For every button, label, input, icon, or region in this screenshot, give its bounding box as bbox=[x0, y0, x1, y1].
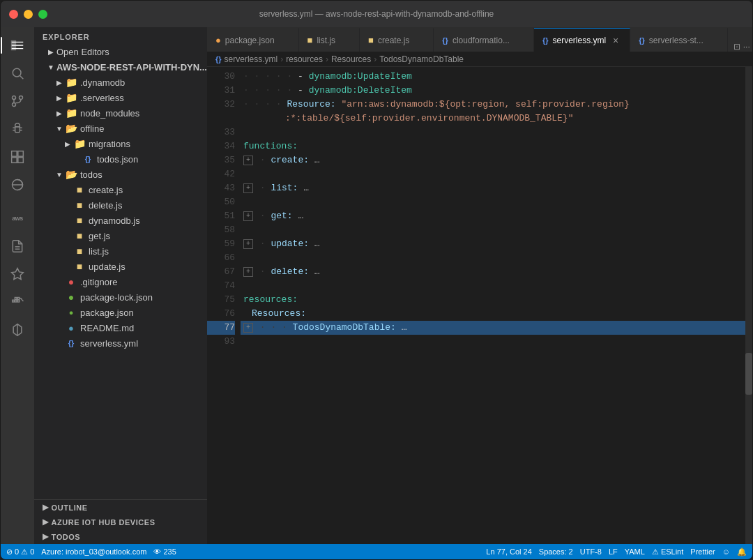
collapse-button[interactable]: + bbox=[243, 183, 253, 193]
editor-scrollbar[interactable] bbox=[745, 67, 752, 544]
collapse-button[interactable]: + bbox=[243, 239, 253, 249]
warning-count: 0 bbox=[30, 547, 34, 556]
folder-icon: 📁 bbox=[65, 76, 77, 89]
svg-rect-15 bbox=[18, 158, 24, 163]
azure-iot-section[interactable]: ▶ AZURE IOT HUB DEVICES bbox=[34, 515, 207, 529]
file-todos-json[interactable]: ▶ {} todos.json bbox=[34, 151, 207, 167]
yaml-file-icon: {} bbox=[65, 337, 77, 349]
indent-dots: · bbox=[254, 265, 271, 279]
eye-count: 235 bbox=[163, 547, 176, 556]
activity-remote[interactable] bbox=[5, 172, 30, 197]
activity-debug[interactable] bbox=[5, 116, 30, 142]
status-bell[interactable]: 🔔 bbox=[737, 547, 747, 557]
file-dynamodb-js[interactable]: ▶ ■ dynamodb.js bbox=[34, 213, 207, 228]
project-arrow: ▼ bbox=[45, 63, 56, 71]
folder-todos[interactable]: ▼ 📂 todos bbox=[34, 167, 207, 182]
file-update-js[interactable]: ▶ ■ update.js bbox=[34, 259, 207, 274]
js-file-icon: ■ bbox=[73, 245, 86, 257]
folder-label: todos bbox=[80, 169, 102, 180]
todos-label: TODOS bbox=[52, 533, 81, 541]
warning-icon: ⚠ bbox=[21, 547, 28, 557]
more-actions-icon[interactable]: ··· bbox=[743, 42, 750, 52]
status-eye[interactable]: 👁 235 bbox=[153, 547, 176, 556]
breadcrumb-sep: › bbox=[280, 54, 283, 64]
file-package-lock[interactable]: ▶ ● package-lock.json bbox=[34, 289, 207, 305]
js-file-icon: ■ bbox=[73, 183, 86, 196]
eslint-warning-icon: ⚠ bbox=[652, 547, 659, 557]
collapse-button[interactable]: + bbox=[243, 323, 253, 333]
activity-search[interactable] bbox=[5, 61, 30, 86]
file-label: serverless.yml bbox=[80, 338, 138, 349]
indent-dots: · · · · bbox=[243, 98, 287, 112]
activity-pages[interactable] bbox=[5, 234, 30, 259]
collapse-button[interactable]: + bbox=[243, 267, 253, 277]
folder-icon: 📁 bbox=[65, 91, 77, 104]
tab-list-js[interactable]: ■ list.js × bbox=[299, 28, 360, 52]
open-editors-section[interactable]: ▶ Open Editors bbox=[34, 44, 207, 59]
tab-serverless-yml[interactable]: {} serverless.yml × bbox=[534, 28, 630, 52]
status-position[interactable]: Ln 77, Col 24 bbox=[486, 547, 531, 556]
activity-git2[interactable] bbox=[5, 262, 30, 287]
line-numbers: 30 31 32 33 34 35 42 43 50 51 58 59 66 6… bbox=[207, 67, 241, 544]
code-editor[interactable]: · · · · · - dynamodb:UpdateItem · · · · … bbox=[241, 67, 752, 544]
bell-icon: 🔔 bbox=[737, 547, 747, 557]
maximize-button[interactable] bbox=[38, 10, 47, 19]
minimize-button[interactable] bbox=[24, 10, 33, 19]
status-spaces[interactable]: Spaces: 2 bbox=[539, 547, 573, 556]
status-language[interactable]: YAML bbox=[625, 547, 645, 556]
collapse-button[interactable]: + bbox=[243, 211, 253, 221]
status-eslint[interactable]: ⚠ ESLint bbox=[652, 547, 683, 557]
status-encoding[interactable]: UTF-8 bbox=[580, 547, 602, 556]
activity-git[interactable] bbox=[5, 89, 30, 114]
activity-serverless[interactable] bbox=[5, 317, 30, 342]
status-prettier[interactable]: Prettier bbox=[690, 547, 715, 556]
file-create-js[interactable]: ▶ ■ create.js bbox=[34, 182, 207, 197]
dash: - bbox=[298, 84, 309, 98]
code-token: Resources: bbox=[243, 307, 306, 321]
svg-rect-14 bbox=[12, 158, 17, 163]
tab-serverless-st[interactable]: {} serverless-st... × bbox=[630, 28, 728, 52]
tab-close-button[interactable]: × bbox=[610, 35, 621, 46]
folder-offline[interactable]: ▼ 📂 offline bbox=[34, 121, 207, 136]
js-file-icon: ■ bbox=[73, 229, 86, 242]
folder-node-modules[interactable]: ▶ 📁 node_modules bbox=[34, 105, 207, 121]
activity-explorer[interactable] bbox=[5, 33, 30, 58]
file-readme[interactable]: ▶ ● README.md bbox=[34, 320, 207, 335]
code-line: resources: bbox=[241, 293, 752, 307]
folder-arrow: ▶ bbox=[54, 109, 65, 117]
scrollbar-thumb[interactable] bbox=[745, 353, 752, 395]
project-root[interactable]: ▼ AWS-NODE-REST-API-WITH-DYN... bbox=[34, 59, 207, 75]
todos-section[interactable]: ▶ TODOS bbox=[34, 529, 207, 544]
tab-package-json[interactable]: ● package.json × bbox=[207, 28, 299, 52]
status-errors[interactable]: ⊘ 0 ⚠ 0 bbox=[6, 547, 34, 557]
tab-cloudformation[interactable]: {} cloudformatio... × bbox=[434, 28, 534, 52]
file-package-json[interactable]: ▶ ● package.json bbox=[34, 305, 207, 320]
folder-serverless[interactable]: ▶ 📁 .serverless bbox=[34, 90, 207, 105]
status-line-ending[interactable]: LF bbox=[609, 547, 618, 556]
status-smiley[interactable]: ☺ bbox=[722, 547, 730, 556]
outline-section[interactable]: ▶ OUTLINE bbox=[34, 500, 207, 515]
file-delete-js[interactable]: ▶ ■ delete.js bbox=[34, 197, 207, 213]
svg-marker-19 bbox=[12, 268, 24, 280]
breadcrumb-Resources: Resources bbox=[331, 54, 371, 64]
breadcrumb-sep: › bbox=[326, 54, 328, 64]
file-label: list.js bbox=[89, 246, 109, 257]
activity-extensions[interactable] bbox=[5, 144, 30, 169]
file-serverless-yml[interactable]: ▶ {} serverless.yml bbox=[34, 335, 207, 351]
close-button[interactable] bbox=[9, 10, 18, 19]
activity-aws[interactable]: aws bbox=[5, 206, 30, 231]
folder-dynamodb[interactable]: ▶ 📁 .dynamodb bbox=[34, 75, 207, 90]
split-editor-icon[interactable]: ⊡ bbox=[733, 42, 740, 52]
file-gitignore[interactable]: ▶ ● .gitignore bbox=[34, 274, 207, 289]
folder-label: node_modules bbox=[80, 108, 139, 119]
line-ending-label: LF bbox=[609, 547, 618, 556]
activity-docker[interactable] bbox=[5, 289, 30, 315]
collapse-button[interactable]: + bbox=[243, 156, 253, 165]
status-azure[interactable]: Azure: irobot_03@outlook.com bbox=[41, 547, 146, 556]
tab-create-js[interactable]: ■ create.js × bbox=[360, 28, 434, 52]
code-line bbox=[241, 251, 752, 265]
folder-migrations[interactable]: ▶ 📁 migrations bbox=[34, 136, 207, 151]
file-list-js[interactable]: ▶ ■ list.js bbox=[34, 243, 207, 259]
azure-arrow: ▶ bbox=[43, 517, 49, 527]
file-get-js[interactable]: ▶ ■ get.js bbox=[34, 228, 207, 243]
